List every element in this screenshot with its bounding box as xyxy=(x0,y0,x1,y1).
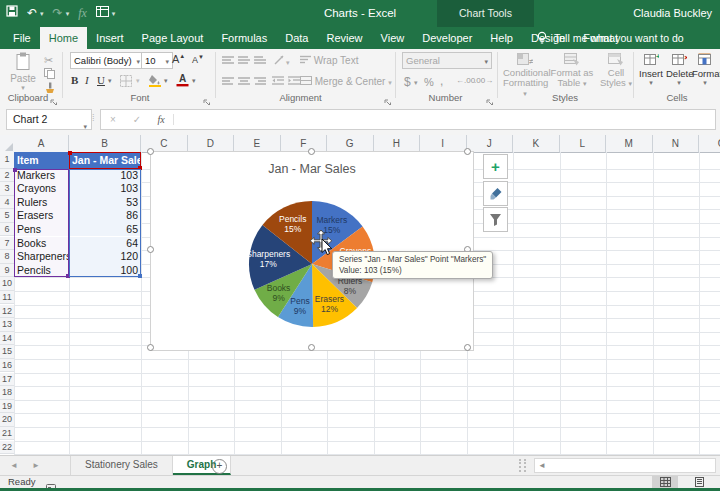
comma-style-button[interactable]: , xyxy=(440,74,443,88)
account-name[interactable]: Claudia Buckley xyxy=(633,0,712,27)
insert-function-fx-icon[interactable]: fx xyxy=(149,114,174,125)
horizontal-scrollbar[interactable]: ◄ xyxy=(534,458,716,473)
tab-formulas[interactable]: Formulas xyxy=(212,27,276,49)
tell-me-box[interactable]: Tell me what you want to do xyxy=(536,27,684,49)
decrease-decimal-button[interactable]: .00→ xyxy=(474,76,493,85)
row-header-4[interactable]: 4 xyxy=(0,196,15,210)
column-header-M[interactable]: M xyxy=(606,135,653,153)
borders-dropdown-icon[interactable]: ▾ xyxy=(136,77,140,85)
bold-button[interactable]: B xyxy=(71,74,78,86)
enter-icon[interactable]: ✓ xyxy=(125,114,149,125)
align-top-icon[interactable] xyxy=(222,55,234,66)
font-name-select[interactable]: Calibri (Body)▾ xyxy=(70,52,144,69)
column-header-K[interactable]: K xyxy=(513,135,560,153)
row-header-20[interactable]: 20 xyxy=(0,413,15,427)
column-header-L[interactable]: L xyxy=(560,135,607,153)
borders-button[interactable] xyxy=(120,75,132,89)
percent-style-button[interactable]: % xyxy=(424,76,434,88)
chart-resize-handle[interactable] xyxy=(308,344,315,351)
scroll-left-icon[interactable]: ◄ xyxy=(538,460,546,472)
new-sheet-button[interactable]: + xyxy=(212,459,227,474)
row-header-13[interactable]: 13 xyxy=(0,318,15,332)
decrease-indent-icon[interactable] xyxy=(272,76,284,87)
row-header-5[interactable]: 5 xyxy=(0,209,15,223)
chart-resize-handle[interactable] xyxy=(308,148,315,155)
chart-resize-handle[interactable] xyxy=(464,344,471,351)
tab-view[interactable]: View xyxy=(372,27,414,49)
number-format-select[interactable]: General▾ xyxy=(402,52,492,69)
cell-A1[interactable]: Item xyxy=(14,152,69,169)
row-header-8[interactable]: 8 xyxy=(0,250,15,264)
align-left-icon[interactable] xyxy=(222,76,234,87)
row-header-21[interactable]: 21 xyxy=(0,427,15,441)
row-header-16[interactable]: 16 xyxy=(0,359,15,373)
chart-styles-button[interactable] xyxy=(483,181,508,206)
sheet-nav-right-icon[interactable]: ► xyxy=(32,456,40,475)
align-middle-icon[interactable] xyxy=(238,55,250,66)
tab-home[interactable]: Home xyxy=(40,27,87,49)
delete-cells-button[interactable]: × Delete ▾ xyxy=(666,53,692,87)
row-header-3[interactable]: 3 xyxy=(0,182,15,196)
row-header-19[interactable]: 19 xyxy=(0,400,15,414)
accounting-format-button[interactable]: $ xyxy=(404,75,411,89)
row-header-12[interactable]: 12 xyxy=(0,305,15,319)
paste-button[interactable]: Paste ▾ xyxy=(6,52,40,92)
chart-resize-handle[interactable] xyxy=(147,344,154,351)
range-handle[interactable] xyxy=(13,168,17,172)
row-header-22[interactable]: 22 xyxy=(0,441,15,455)
chart-elements-button[interactable]: + xyxy=(483,154,508,179)
column-header-N[interactable]: N xyxy=(653,135,700,153)
row-header-1[interactable]: 1 xyxy=(0,152,15,169)
cut-button[interactable]: ✂ xyxy=(44,54,53,67)
tab-page-layout[interactable]: Page Layout xyxy=(133,27,213,49)
row-header-9[interactable]: 9 xyxy=(0,264,15,278)
grow-font-button[interactable]: A▲ xyxy=(172,53,185,65)
merge-center-button[interactable]: Merge & Center ▾ xyxy=(300,76,392,87)
categories-range[interactable] xyxy=(14,169,69,278)
copy-button[interactable] xyxy=(44,68,55,81)
tab-data[interactable]: Data xyxy=(276,27,317,49)
wrap-text-button[interactable]: Wrap Text xyxy=(300,55,358,66)
row-header-7[interactable]: 7 xyxy=(0,237,15,251)
column-header-A[interactable]: A xyxy=(14,135,69,153)
tab-help[interactable]: Help xyxy=(481,27,522,49)
chart-filters-button[interactable] xyxy=(483,207,508,232)
increase-indent-icon[interactable] xyxy=(288,76,300,87)
row-header-15[interactable]: 15 xyxy=(0,345,15,359)
increase-decimal-button[interactable]: ←.00 xyxy=(456,76,475,85)
name-box-dropdown-icon[interactable]: ▾ xyxy=(83,117,87,136)
font-size-select[interactable]: 10▾ xyxy=(141,52,173,69)
font-size-dropdown-icon[interactable]: ▾ xyxy=(165,54,169,69)
row-header-10[interactable]: 10 xyxy=(0,277,15,291)
column-header-O[interactable]: O xyxy=(699,135,720,153)
row-header-11[interactable]: 11 xyxy=(0,291,15,305)
align-right-icon[interactable] xyxy=(254,76,266,87)
range-handle[interactable] xyxy=(138,274,142,278)
tab-developer[interactable]: Developer xyxy=(413,27,481,49)
formula-bar-grip[interactable]: ⁞ xyxy=(92,113,94,123)
row-header-18[interactable]: 18 xyxy=(0,386,15,400)
fill-color-dropdown-icon[interactable]: ▾ xyxy=(164,77,168,85)
align-center-icon[interactable] xyxy=(238,76,250,87)
font-name-dropdown-icon[interactable]: ▾ xyxy=(136,54,140,69)
range-handle[interactable] xyxy=(68,151,72,155)
chart-resize-handle[interactable] xyxy=(147,148,154,155)
tab-review[interactable]: Review xyxy=(317,27,371,49)
tab-insert[interactable]: Insert xyxy=(87,27,133,49)
tab-file[interactable]: File xyxy=(4,27,40,49)
tab-scroll-splitter[interactable] xyxy=(519,459,526,472)
select-all-button[interactable] xyxy=(0,135,15,153)
italic-button[interactable]: I xyxy=(85,74,89,86)
chart-object[interactable]: Jan - Mar Sales Markers15%Crayons15%Rule… xyxy=(150,151,474,351)
underline-button[interactable]: U xyxy=(97,74,105,86)
row-header-17[interactable]: 17 xyxy=(0,373,15,387)
cancel-icon[interactable]: × xyxy=(101,114,125,125)
sheet-nav-left-icon[interactable]: ◄ xyxy=(10,456,18,475)
name-box[interactable]: Chart 2▾ xyxy=(6,109,92,130)
formula-field[interactable]: × ✓ fx xyxy=(100,109,716,130)
font-color-dropdown-icon[interactable]: ▾ xyxy=(192,77,196,85)
chart-resize-handle[interactable] xyxy=(464,148,471,155)
fill-color-button[interactable] xyxy=(148,74,162,89)
sheet-tab-stationery-sales[interactable]: Stationery Sales xyxy=(70,456,173,475)
insert-cells-button[interactable]: + Insert ▾ xyxy=(638,53,664,87)
